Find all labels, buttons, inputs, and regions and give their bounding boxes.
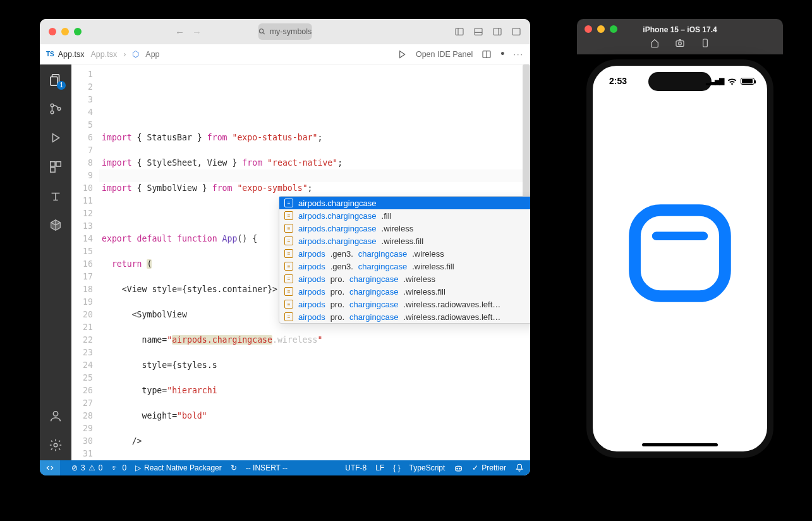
symbol-module-icon: ⬡ [132, 49, 139, 59]
more-actions-icon[interactable]: ··· [514, 50, 524, 59]
problems-indicator[interactable]: ⊘3 ⚠0 [71, 463, 102, 472]
packager-status[interactable]: ▷React Native Packager [135, 463, 222, 472]
battery-icon [741, 78, 754, 85]
svg-rect-4 [475, 28, 482, 35]
open-ide-panel[interactable]: Open IDE Panel [416, 50, 473, 59]
sim-rotate-icon[interactable] [700, 38, 710, 48]
autocomplete-item[interactable]: ≡airpodspro.chargingcase.wireless.radiow… [279, 298, 530, 310]
tab-app-tsx[interactable]: TS App.tsx [46, 50, 84, 59]
sim-close-button[interactable] [585, 25, 592, 33]
sim-screenshot-icon[interactable] [675, 38, 685, 48]
phone-frame: 2:53 ▂▃▅▇ [586, 59, 773, 458]
wifi-icon [727, 78, 737, 85]
autocomplete-item[interactable]: ≡airpods.chargingcase.wireless.fill [279, 235, 530, 247]
simulator-title: iPhone 15 – iOS 17.4 [643, 25, 717, 34]
layout-sidebar-left-icon[interactable] [454, 27, 464, 37]
svg-rect-28 [652, 232, 708, 241]
eol[interactable]: LF [375, 463, 384, 472]
layout-customize-icon[interactable] [511, 27, 521, 37]
layout-panel-bottom-icon[interactable] [473, 27, 483, 37]
autocomplete-item[interactable]: ≡airpodspro.chargingcase.wireless.fill [279, 285, 530, 298]
svg-rect-18 [51, 168, 55, 172]
typography-icon[interactable] [48, 188, 63, 204]
settings-gear-icon[interactable] [48, 438, 63, 453]
maximize-window-button[interactable] [74, 28, 82, 35]
search-icon [258, 28, 266, 35]
status-icons: ▂▃▅▇ [706, 77, 754, 85]
close-window-button[interactable] [49, 28, 56, 35]
svg-rect-16 [51, 162, 55, 166]
line-gutter: 1234 5678 9101112 13141516 17181920 2122… [71, 64, 99, 460]
warning-icon: ⚠ [88, 463, 95, 472]
autocomplete-item[interactable]: ≡airpods.gen3.chargingcase.wireless.fill [279, 260, 530, 273]
svg-rect-27 [635, 211, 725, 297]
autocomplete-popup: ≡airpods.chargingcase ≡airpods.chargingc… [279, 196, 530, 324]
prettier-status[interactable]: ✓ Prettier [472, 463, 506, 472]
simulator-window: iPhone 15 – iOS 17.4 2:53 ▂▃▅▇ [577, 19, 783, 458]
svg-rect-6 [494, 28, 501, 35]
airpods-case-symbol [626, 200, 734, 307]
minimize-window-button[interactable] [61, 28, 69, 35]
play-icon: ▷ [135, 463, 141, 472]
svg-point-0 [259, 29, 264, 34]
editor-window: ← → my-symbols TS App.tsx App.tsx › ⬡ Ap… [40, 19, 530, 475]
svg-rect-2 [456, 28, 463, 35]
svg-rect-17 [56, 162, 61, 166]
extensions-icon[interactable] [48, 159, 63, 175]
search-text: my-symbols [270, 27, 312, 36]
tab-bar: TS App.tsx App.tsx › ⬡ App Open IDE Pane… [40, 44, 530, 64]
svg-rect-8 [512, 28, 520, 35]
simulator-titlebar: iPhone 15 – iOS 17.4 [577, 19, 783, 54]
autocomplete-item[interactable]: ≡airpodspro.chargingcase.wireless.radiow… [279, 310, 530, 323]
command-center-search[interactable]: my-symbols [258, 23, 312, 40]
svg-point-23 [459, 468, 461, 469]
run-icon[interactable] [48, 130, 63, 145]
notifications-bell-icon[interactable] [515, 463, 524, 472]
unsaved-dot-icon: • [500, 47, 504, 61]
bracket-icon[interactable]: { } [393, 463, 400, 472]
svg-point-25 [679, 42, 682, 45]
explorer-icon[interactable] [48, 72, 63, 87]
home-indicator[interactable] [642, 443, 718, 446]
autocomplete-item[interactable]: ≡airpods.chargingcase [279, 197, 530, 209]
autocomplete-item[interactable]: ≡airpodspro.chargingcase.wireless [279, 273, 530, 285]
activity-bar [40, 64, 71, 460]
cube-icon[interactable] [48, 218, 63, 233]
sim-maximize-button[interactable] [610, 25, 617, 33]
nav-back-icon[interactable]: ← [175, 27, 185, 37]
svg-rect-26 [703, 39, 708, 47]
dynamic-island [648, 72, 712, 91]
breadcrumb-symbol[interactable]: App [145, 50, 159, 59]
typescript-badge-icon: TS [46, 51, 54, 58]
sync-icon[interactable]: ↻ [231, 463, 237, 472]
chevron-right-icon: › [123, 50, 126, 59]
run-debug-icon[interactable] [397, 49, 407, 59]
nav-forward-icon[interactable]: → [192, 27, 202, 37]
svg-point-20 [54, 443, 58, 447]
encoding[interactable]: UTF-8 [345, 463, 367, 472]
sim-home-icon[interactable] [650, 38, 660, 48]
radio-indicator[interactable]: ᯤ0 [111, 463, 126, 472]
split-editor-icon[interactable] [482, 49, 492, 59]
accounts-icon[interactable] [48, 408, 63, 424]
language-mode[interactable]: TypeScript [409, 463, 445, 472]
svg-line-1 [263, 33, 265, 35]
copilot-icon[interactable] [454, 463, 463, 473]
cellular-signal-icon: ▂▃▅▇ [706, 77, 724, 85]
sim-minimize-button[interactable] [597, 25, 605, 33]
svg-point-14 [51, 111, 54, 114]
autocomplete-item[interactable]: ≡airpods.gen3.chargingcase.wireless [279, 247, 530, 260]
breadcrumb-file[interactable]: App.tsx [90, 50, 117, 59]
svg-point-22 [457, 468, 458, 469]
radio-tower-icon: ᯤ [111, 463, 119, 472]
source-control-icon[interactable] [48, 101, 63, 116]
autocomplete-item[interactable]: ≡airpods.chargingcase.wireless [279, 222, 530, 235]
remote-indicator-icon[interactable] [40, 460, 60, 475]
titlebar: ← → my-symbols [40, 19, 530, 44]
status-time: 2:53 [609, 76, 627, 86]
layout-sidebar-right-icon[interactable] [492, 27, 502, 37]
autocomplete-item[interactable]: ≡airpods.chargingcase.fill [279, 209, 530, 222]
traffic-lights [49, 28, 82, 35]
svg-rect-12 [51, 77, 58, 85]
tab-filename: App.tsx [58, 50, 85, 59]
